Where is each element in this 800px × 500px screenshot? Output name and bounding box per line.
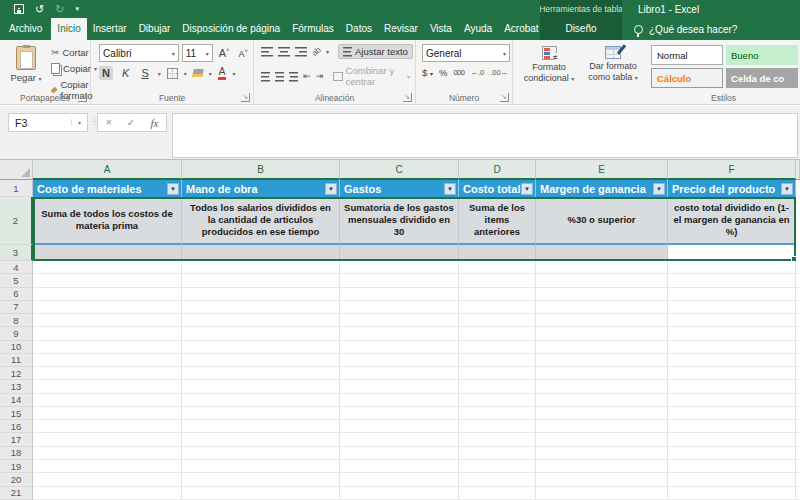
cell[interactable] [668,447,796,460]
cell[interactable] [796,367,800,380]
cell-f1[interactable]: Precio del producto▼ [668,180,796,197]
cell[interactable] [182,487,340,500]
cell[interactable] [668,473,796,486]
orientation-dropdown-icon[interactable]: ▾ [326,48,329,55]
cell[interactable] [796,288,800,301]
cell[interactable] [33,288,182,301]
cell[interactable] [340,367,459,380]
row-header[interactable]: 12 [0,367,33,380]
row-header[interactable]: 14 [0,394,33,407]
column-header-c[interactable]: C [340,160,459,180]
wrap-text-button[interactable]: Ajustar texto [338,44,413,59]
tab-revisar[interactable]: Revisar [378,18,424,40]
grow-font-button[interactable]: A˄ [216,46,233,60]
cell[interactable] [459,367,536,380]
cell[interactable] [33,380,182,393]
row-header[interactable]: 8 [0,314,33,327]
cell[interactable] [796,327,800,340]
borders-icon[interactable] [167,68,178,79]
style-calculo[interactable]: Cálculo [651,68,723,88]
cell[interactable] [33,460,182,473]
clipboard-dialog-launcher[interactable]: ↘ [78,93,87,102]
row-header-3[interactable]: 3 [0,245,33,261]
cell[interactable] [668,433,796,446]
cell[interactable] [182,301,340,314]
cell[interactable] [459,288,536,301]
underline-dropdown-icon[interactable]: ▾ [158,70,161,77]
cell[interactable] [536,460,668,473]
align-left-icon[interactable] [261,71,270,82]
cell[interactable] [459,261,536,274]
cell[interactable] [536,314,668,327]
cell[interactable] [668,487,796,500]
cell[interactable] [536,394,668,407]
active-cell-f3[interactable] [668,245,796,261]
align-top-icon[interactable] [261,46,273,57]
cell[interactable] [340,394,459,407]
cell[interactable] [459,420,536,433]
cell[interactable] [459,433,536,446]
cell[interactable] [459,301,536,314]
cell[interactable] [796,433,800,446]
cell-b3[interactable] [182,245,340,261]
cell-e3[interactable] [536,245,668,261]
cell[interactable] [796,487,800,500]
column-header-e[interactable]: E [536,160,668,180]
tab-inicio[interactable]: Inicio [51,18,86,40]
tab-ayuda[interactable]: Ayuda [458,18,498,40]
cell[interactable] [182,354,340,367]
font-color-icon[interactable]: A [218,67,227,80]
orientation-icon[interactable]: ab [310,45,323,58]
save-icon[interactable] [14,4,24,14]
underline-button[interactable]: S [138,66,151,80]
cell[interactable] [182,380,340,393]
cell[interactable] [459,380,536,393]
cell[interactable] [340,447,459,460]
cell[interactable] [340,341,459,354]
cell[interactable] [536,420,668,433]
align-bottom-icon[interactable] [295,46,307,57]
cell[interactable] [182,433,340,446]
tab-acrobat[interactable]: Acrobat [498,18,544,40]
cell-d2[interactable]: Suma de los items anteriores [459,197,536,245]
increase-decimal-icon[interactable]: ←.0 [470,68,484,77]
cell[interactable] [668,327,796,340]
insert-function-icon[interactable]: fx [150,117,158,129]
cell[interactable] [182,473,340,486]
cell[interactable] [668,367,796,380]
row-header[interactable]: 21 [0,487,33,500]
decrease-decimal-icon[interactable]: .00→ [490,68,508,77]
row-header[interactable]: 20 [0,473,33,486]
row-header[interactable]: 13 [0,380,33,393]
cell[interactable] [182,394,340,407]
cell[interactable] [668,394,796,407]
borders-dropdown-icon[interactable]: ▾ [184,70,187,77]
row-header[interactable]: 6 [0,288,33,301]
cell[interactable] [182,261,340,274]
row-header[interactable]: 4 [0,261,33,274]
row-header-1[interactable]: 1 [0,180,33,197]
filter-icon[interactable]: ▼ [653,183,665,195]
cell[interactable] [536,447,668,460]
italic-button[interactable]: K [119,66,132,80]
cell[interactable] [796,274,800,287]
align-center-icon[interactable] [275,71,284,82]
tab-datos[interactable]: Datos [340,18,378,40]
cell[interactable] [340,261,459,274]
paste-button[interactable]: Pegar ▾ [6,46,46,83]
cell[interactable] [33,261,182,274]
cell[interactable] [668,274,796,287]
cell[interactable] [182,314,340,327]
tab-formulas[interactable]: Fórmulas [286,18,340,40]
cell[interactable] [796,447,800,460]
align-right-icon[interactable] [289,71,298,82]
cell[interactable] [459,314,536,327]
number-format-select[interactable]: General▾ [422,44,510,62]
cell[interactable] [796,473,800,486]
fill-color-icon[interactable] [192,69,204,77]
tab-diseno[interactable]: Diseño [559,18,602,40]
conditional-formatting-button[interactable]: Formato condicional ▾ [517,46,581,92]
cell[interactable] [796,460,800,473]
cell-e2[interactable]: %30 o superior [536,197,668,245]
cell[interactable] [340,327,459,340]
